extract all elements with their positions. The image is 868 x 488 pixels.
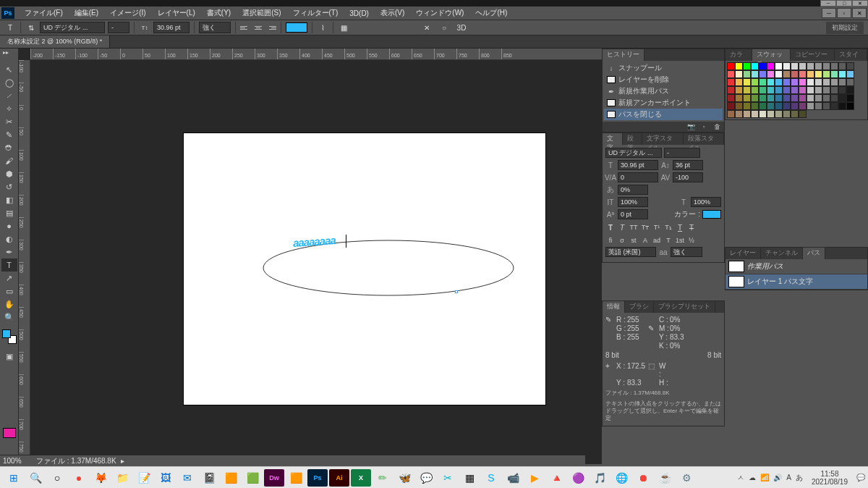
swatch-cell[interactable]: [735, 86, 743, 94]
swatch-cell[interactable]: [735, 62, 743, 70]
swatch-cell[interactable]: [767, 62, 775, 70]
swatch-cell[interactable]: [838, 78, 846, 86]
swatch-cell[interactable]: [822, 86, 830, 94]
opentype-fi[interactable]: fi: [605, 235, 616, 245]
font-size-input[interactable]: 30.96 pt: [153, 22, 190, 33]
styles-tab[interactable]: スタイル: [835, 49, 867, 61]
faux-italic[interactable]: T: [617, 222, 627, 232]
swatch-cell[interactable]: [846, 94, 854, 102]
swatch-cell[interactable]: [743, 94, 751, 102]
swatch-cell[interactable]: [775, 110, 783, 118]
history-snapshot[interactable]: 📷: [686, 123, 695, 130]
swatch-cell[interactable]: [830, 78, 838, 86]
eyedropper-tool[interactable]: ✎: [1, 128, 17, 141]
swatch-cell[interactable]: [751, 78, 759, 86]
swatch-cell[interactable]: [759, 62, 767, 70]
opentype-T[interactable]: T: [663, 235, 673, 245]
font-style-dropdown[interactable]: -: [108, 22, 129, 33]
swatch-cell[interactable]: [783, 70, 791, 78]
taskbar-app8[interactable]: 🟣: [568, 469, 588, 487]
zoom-tool[interactable]: 🔍: [1, 311, 17, 324]
swatch-cell[interactable]: [814, 102, 822, 110]
swatch-cell[interactable]: [822, 102, 830, 110]
swatch-cell[interactable]: [830, 86, 838, 94]
swatch-cell[interactable]: [799, 110, 807, 118]
swatch-cell[interactable]: [799, 62, 807, 70]
swatch-cell[interactable]: [743, 110, 751, 118]
swatch-cell[interactable]: [822, 78, 830, 86]
swatch-cell[interactable]: [807, 94, 814, 102]
char-baseline[interactable]: 0 pt: [618, 209, 648, 219]
taskbar-app4[interactable]: 🦋: [394, 469, 414, 487]
swatch-cell[interactable]: [799, 94, 807, 102]
underline[interactable]: T: [675, 222, 685, 232]
swatch-cell[interactable]: [775, 62, 783, 70]
swatch-cell[interactable]: [838, 70, 846, 78]
swatch-cell[interactable]: [830, 94, 838, 102]
menu-layer[interactable]: レイヤー(L): [152, 8, 201, 18]
brush-tool[interactable]: 🖌: [1, 154, 17, 167]
swatch-cell[interactable]: [838, 62, 846, 70]
swatch-cell[interactable]: [807, 86, 814, 94]
swatch-cell[interactable]: [846, 70, 854, 78]
menu-filter[interactable]: フィルター(T): [287, 8, 344, 18]
taskbar-app7[interactable]: ▦: [459, 469, 480, 487]
swatch-cell[interactable]: [775, 86, 783, 94]
pen-tool[interactable]: ✒: [1, 245, 17, 258]
swatch-cell[interactable]: [799, 86, 807, 94]
quickmask-toggle[interactable]: ▣: [1, 350, 17, 363]
zoom-level[interactable]: 100%: [3, 457, 32, 465]
swatch-cell[interactable]: [727, 110, 735, 118]
paths-tab[interactable]: パス: [803, 248, 825, 259]
commit-edit[interactable]: ○: [438, 22, 450, 33]
menu-image[interactable]: イメージ(I): [104, 8, 151, 18]
swatch-cell[interactable]: [783, 62, 791, 70]
font-family-dropdown[interactable]: UD デジタル ...: [40, 22, 105, 33]
swatch-cell[interactable]: [767, 102, 775, 110]
swatch-cell[interactable]: [822, 94, 830, 102]
taskbar-app9[interactable]: 🌐: [611, 469, 631, 487]
align-right[interactable]: [266, 22, 276, 33]
doc-window-close[interactable]: ✕: [852, 8, 867, 18]
swatch-cell[interactable]: [775, 94, 783, 102]
tray-volume[interactable]: 🔊: [773, 474, 782, 481]
char-size[interactable]: 30.96 pt: [618, 160, 658, 170]
align-center[interactable]: [253, 22, 263, 33]
status-arrow[interactable]: ▸: [121, 457, 124, 465]
swatch-cell[interactable]: [838, 94, 846, 102]
swatch-cell[interactable]: [735, 102, 743, 110]
subscript[interactable]: T₁: [663, 222, 673, 232]
tray-ime[interactable]: あ: [796, 473, 803, 483]
swatch-cell[interactable]: [775, 102, 783, 110]
align-left[interactable]: [240, 22, 250, 33]
taskbar-media[interactable]: ▶: [524, 469, 545, 487]
char-color-swatch[interactable]: [702, 210, 721, 219]
swatch-cell[interactable]: [791, 62, 799, 70]
char-tab[interactable]: 文字: [603, 133, 623, 145]
opentype-1st[interactable]: 1st: [675, 235, 685, 245]
menu-type[interactable]: 書式(Y): [201, 8, 237, 18]
swatch-cell[interactable]: [727, 86, 735, 94]
window-maximize[interactable]: □: [836, 0, 852, 7]
swatch-cell[interactable]: [830, 62, 838, 70]
taskbar-record[interactable]: ⏺: [633, 469, 653, 487]
swatch-cell[interactable]: [814, 78, 822, 86]
cortana-button[interactable]: ○: [47, 469, 67, 487]
strikethrough[interactable]: T: [686, 222, 697, 232]
taskbar-explorer[interactable]: 📁: [112, 469, 132, 487]
swatch-cell[interactable]: [735, 78, 743, 86]
swatch-cell[interactable]: [751, 70, 759, 78]
swatch-cell[interactable]: [751, 102, 759, 110]
menu-select[interactable]: 選択範囲(S): [237, 8, 286, 18]
char-leading[interactable]: 36 pt: [673, 160, 703, 170]
swatch-cell[interactable]: [775, 70, 783, 78]
swatch-cell[interactable]: [735, 110, 743, 118]
doc-window-minimize[interactable]: ─: [822, 8, 836, 18]
swatch-cell[interactable]: [846, 62, 854, 70]
blur-tool[interactable]: ●: [1, 219, 17, 232]
swatch-cell[interactable]: [799, 70, 807, 78]
swatch-cell[interactable]: [830, 102, 838, 110]
swatch-cell[interactable]: [767, 70, 775, 78]
taskbar-outlook[interactable]: ✉: [177, 469, 197, 487]
menu-file[interactable]: ファイル(F): [19, 8, 69, 18]
